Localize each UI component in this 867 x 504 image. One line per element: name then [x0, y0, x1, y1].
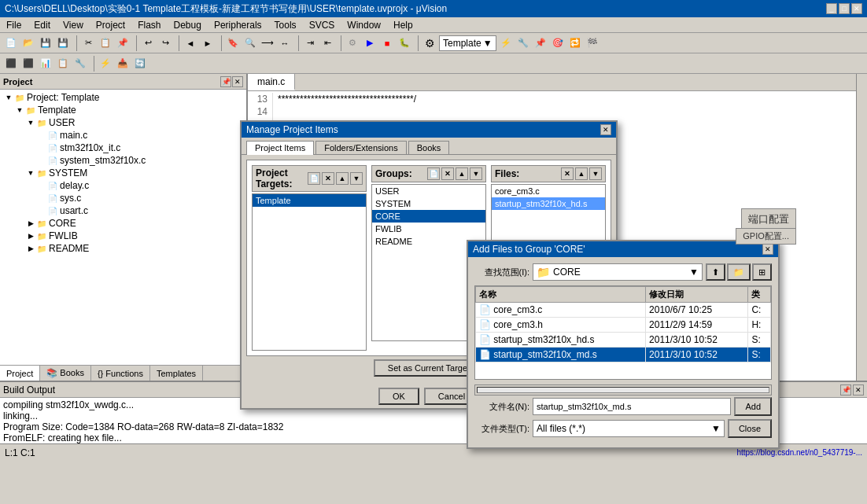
tb2-btn5[interactable]: 🔧	[72, 56, 88, 72]
file-item-core-cm3c[interactable]: core_cm3.c	[492, 185, 605, 197]
tree-delay[interactable]: 📄 delay.c	[2, 179, 245, 192]
tree-fwlib-group[interactable]: ▶ 📁 FWLIB	[2, 230, 245, 242]
cut-button[interactable]: ✂	[80, 35, 96, 51]
nav-fwd-button[interactable]: ►	[200, 35, 216, 51]
manage-ok-btn[interactable]: OK	[378, 388, 419, 405]
tab-templates[interactable]: Templates	[150, 366, 203, 381]
tree-expander-template[interactable]: ▼	[14, 105, 25, 116]
horiz-scrollbar[interactable]	[474, 384, 772, 395]
files-down-btn[interactable]: ▼	[589, 167, 602, 180]
right-scrollbar[interactable]	[856, 74, 867, 381]
file-row-0[interactable]: 📄 core_cm3.c 2010/6/7 10:25 C:	[476, 303, 771, 318]
close-button[interactable]: ✕	[851, 3, 862, 14]
target-item-template[interactable]: Template	[253, 194, 366, 207]
tree-expander-user[interactable]: ▼	[25, 117, 36, 128]
targets-del-btn[interactable]: ✕	[322, 172, 334, 185]
manage-tab-folders[interactable]: Folders/Extensions	[315, 141, 407, 154]
close-dialog-btn[interactable]: Close	[728, 419, 772, 438]
new-file-button[interactable]: 📄	[3, 35, 19, 51]
find-next-button[interactable]: ⟶	[260, 35, 275, 51]
tree-template[interactable]: ▼ 📁 Template	[2, 104, 245, 116]
folder-dropdown[interactable]: 📁 CORE ▼	[533, 263, 703, 281]
groups-del-btn[interactable]: ✕	[441, 167, 454, 180]
build-pin-button[interactable]: 📌	[840, 384, 851, 395]
menu-project[interactable]: Project	[93, 19, 128, 31]
panel-close-button[interactable]: ✕	[232, 76, 243, 87]
menu-peripherals[interactable]: Peripherals	[211, 19, 265, 31]
menu-file[interactable]: File	[3, 19, 24, 31]
menu-svcs[interactable]: SVCS	[306, 19, 338, 31]
manage-button[interactable]: ⚙	[422, 35, 437, 51]
find-button[interactable]: 🔍	[242, 35, 258, 51]
tree-exp-readme[interactable]: ▶	[25, 243, 36, 254]
replace-button[interactable]: ↔	[277, 35, 293, 51]
menu-edit[interactable]: Edit	[31, 19, 53, 31]
tree-system-group[interactable]: ▼ 📁 SYSTEM	[2, 167, 245, 179]
group-item-core[interactable]: CORE	[372, 210, 485, 223]
files-del-btn[interactable]: ✕	[561, 167, 574, 180]
group-item-fwlib[interactable]: FWLIB	[372, 223, 485, 235]
tree-stm-it[interactable]: 📄 stm32f10x_it.c	[2, 142, 245, 154]
tb2-btn8[interactable]: 🔄	[132, 56, 148, 72]
tree-system[interactable]: 📄 system_stm32f10x.c	[2, 154, 245, 167]
tree-user-group[interactable]: ▼ 📁 USER	[2, 116, 245, 129]
groups-up-btn[interactable]: ▲	[456, 167, 468, 180]
save-all-button[interactable]: 💾	[55, 35, 71, 51]
add-file-btn[interactable]: Add	[734, 397, 772, 416]
pin-button[interactable]: 📌	[533, 35, 548, 51]
menu-debug[interactable]: Debug	[171, 19, 205, 31]
redo-button[interactable]: ↪	[157, 35, 173, 51]
folder-view-btn[interactable]: ⊞	[752, 263, 772, 281]
panel-pin-button[interactable]: 📌	[220, 76, 231, 87]
add-files-close[interactable]: ✕	[762, 244, 773, 255]
bookmark-button[interactable]: 🔖	[225, 35, 241, 51]
indent-button[interactable]: ⇥	[302, 35, 318, 51]
tree-readme-group[interactable]: ▶ 📁 README	[2, 242, 245, 255]
menu-flash[interactable]: Flash	[135, 19, 164, 31]
tree-exp-core[interactable]: ▶	[25, 218, 36, 229]
extra-btn2[interactable]: 🔁	[567, 35, 583, 51]
file-row-3[interactable]: 📄 startup_stm32f10x_md.s 2011/3/10 10:52…	[476, 348, 771, 362]
tree-main-c[interactable]: 📄 main.c	[2, 129, 245, 142]
targets-up-btn[interactable]: ▲	[336, 172, 349, 185]
outdent-button[interactable]: ⇤	[319, 35, 335, 51]
maximize-button[interactable]: □	[839, 3, 850, 14]
debug-button[interactable]: 🐛	[397, 35, 412, 51]
manage-dialog-close[interactable]: ✕	[600, 124, 611, 135]
open-file-button[interactable]: 📂	[20, 35, 36, 51]
nav-back-button[interactable]: ◄	[183, 35, 198, 51]
tb2-btn4[interactable]: 📋	[55, 56, 71, 72]
tb2-btn1[interactable]: ⬛	[3, 56, 19, 72]
filetype-select[interactable]: All files (*.*) ▼	[533, 420, 725, 437]
stop-button[interactable]: ■	[379, 35, 395, 51]
tb2-btn3[interactable]: 📊	[38, 56, 53, 72]
paste-button[interactable]: 📌	[115, 35, 131, 51]
filename-input[interactable]	[533, 398, 731, 415]
manage-tab-items[interactable]: Project Items	[246, 141, 314, 155]
target-dropdown[interactable]: Template ▼	[439, 35, 496, 51]
file-row-1[interactable]: 📄 core_cm3.h 2011/2/9 14:59 H:	[476, 318, 771, 333]
menu-view[interactable]: View	[60, 19, 87, 31]
tb2-btn2[interactable]: ⬛	[20, 56, 36, 72]
copy-button[interactable]: 📋	[98, 35, 113, 51]
extra-btn1[interactable]: 🎯	[550, 35, 566, 51]
tab-functions[interactable]: {} Functions	[91, 366, 150, 381]
groups-down-btn[interactable]: ▼	[470, 167, 482, 180]
tree-core-group[interactable]: ▶ 📁 CORE	[2, 217, 245, 230]
group-item-system[interactable]: SYSTEM	[372, 197, 485, 210]
file-item-startup-hd[interactable]: startup_stm32f10x_hd.s	[492, 197, 605, 210]
add-files-dialog[interactable]: Add Files to Group 'CORE' ✕ 查找范围(I): 📁 C…	[467, 240, 780, 449]
config-button[interactable]: 🔧	[515, 35, 531, 51]
folder-new-btn[interactable]: 📁	[727, 263, 751, 281]
tree-expander[interactable]: ▼	[3, 92, 14, 103]
tb2-btn7[interactable]: 📥	[115, 56, 131, 72]
tab-books[interactable]: 📚 Books	[40, 366, 91, 381]
tree-project-root[interactable]: ▼ 📁 Project: Template	[2, 91, 245, 104]
minimize-button[interactable]: _	[826, 3, 837, 14]
build-button[interactable]: ⚙	[345, 35, 360, 51]
tree-exp-fwlib[interactable]: ▶	[25, 230, 36, 241]
save-button[interactable]: 💾	[38, 35, 53, 51]
undo-button[interactable]: ↩	[140, 35, 156, 51]
extra-btn3[interactable]: 🏁	[585, 35, 600, 51]
tab-main-c[interactable]: main.c	[248, 74, 295, 90]
